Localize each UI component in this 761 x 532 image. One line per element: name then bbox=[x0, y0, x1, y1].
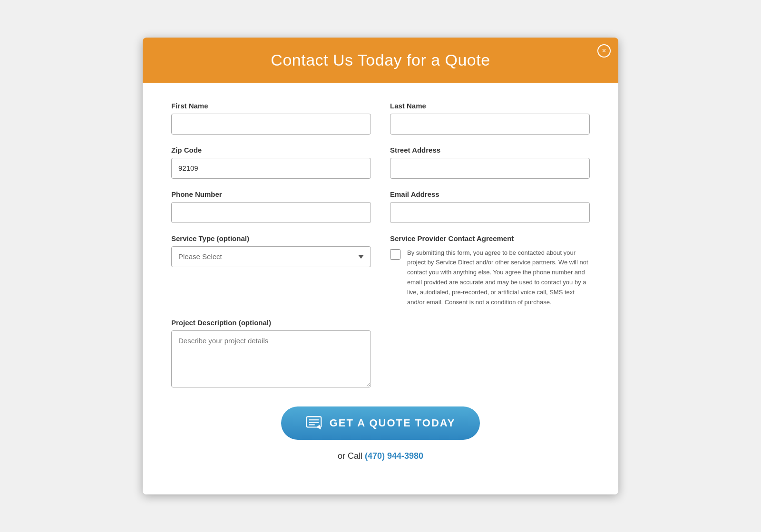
service-type-label: Service Type (optional) bbox=[171, 234, 371, 242]
first-name-group: First Name bbox=[171, 102, 371, 135]
phone-number-group: Phone Number bbox=[171, 190, 371, 223]
street-address-input[interactable] bbox=[390, 158, 590, 179]
first-name-input[interactable] bbox=[171, 114, 371, 135]
zip-code-label: Zip Code bbox=[171, 146, 371, 154]
get-quote-button[interactable]: GET A QUOTE TODAY bbox=[281, 406, 480, 440]
zip-code-group: Zip Code bbox=[171, 146, 371, 179]
form-grid: First Name Last Name Zip Code Street Add… bbox=[171, 102, 590, 388]
or-call-text: or Call bbox=[338, 451, 365, 461]
street-address-label: Street Address bbox=[390, 146, 590, 154]
agreement-group: Service Provider Contact Agreement By su… bbox=[390, 234, 590, 308]
email-address-label: Email Address bbox=[390, 190, 590, 198]
email-address-group: Email Address bbox=[390, 190, 590, 223]
form-actions: GET A QUOTE TODAY or Call (470) 944-3980 bbox=[171, 406, 590, 475]
last-name-label: Last Name bbox=[390, 102, 590, 110]
email-address-input[interactable] bbox=[390, 202, 590, 223]
phone-number-label: Phone Number bbox=[171, 190, 371, 198]
modal-title: Contact Us Today for a Quote bbox=[162, 51, 599, 69]
street-address-group: Street Address bbox=[390, 146, 590, 179]
project-description-group: Project Description (optional) bbox=[171, 319, 371, 387]
modal-container: Contact Us Today for a Quote × First Nam… bbox=[143, 38, 618, 495]
last-name-input[interactable] bbox=[390, 114, 590, 135]
zip-code-input[interactable] bbox=[171, 158, 371, 179]
project-description-label: Project Description (optional) bbox=[171, 319, 371, 327]
quote-icon bbox=[306, 415, 322, 431]
modal-header: Contact Us Today for a Quote × bbox=[143, 38, 618, 83]
agreement-text: By submitting this form, you agree to be… bbox=[407, 248, 590, 308]
service-type-group: Service Type (optional) Please Select Pl… bbox=[171, 234, 371, 308]
first-name-label: First Name bbox=[171, 102, 371, 110]
phone-number-input[interactable] bbox=[171, 202, 371, 223]
agreement-title: Service Provider Contact Agreement bbox=[390, 234, 590, 242]
close-button[interactable]: × bbox=[597, 44, 611, 58]
agreement-checkbox[interactable] bbox=[390, 249, 400, 260]
phone-link[interactable]: (470) 944-3980 bbox=[365, 451, 423, 461]
or-call-section: or Call (470) 944-3980 bbox=[171, 451, 590, 461]
project-description-textarea[interactable] bbox=[171, 330, 371, 387]
last-name-group: Last Name bbox=[390, 102, 590, 135]
service-type-select[interactable]: Please Select Plumbing Electrical HVAC R… bbox=[171, 246, 371, 267]
quote-button-label: GET A QUOTE TODAY bbox=[330, 417, 456, 429]
agreement-content: By submitting this form, you agree to be… bbox=[390, 248, 590, 308]
modal-body: First Name Last Name Zip Code Street Add… bbox=[143, 83, 618, 495]
